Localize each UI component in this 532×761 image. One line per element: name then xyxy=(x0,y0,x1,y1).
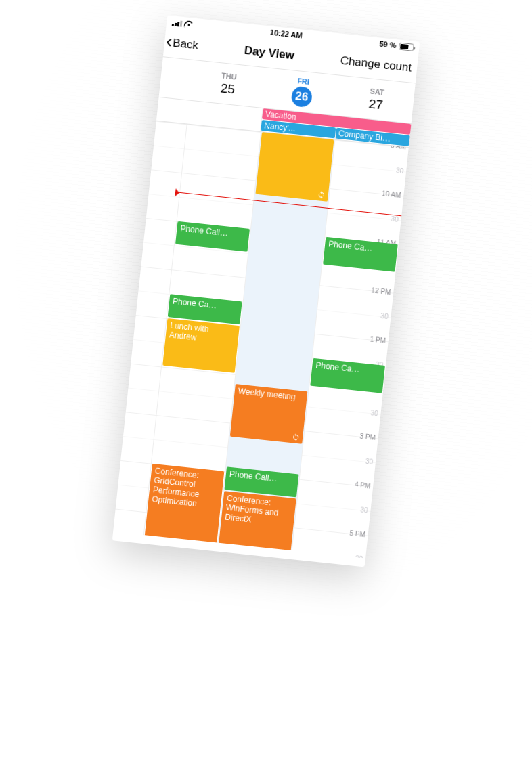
event-title: Conference: WinForms and DirectX xyxy=(225,493,293,528)
day-of-week-label: FRI xyxy=(297,77,310,86)
time-grid[interactable]: 9 AM3010 AM3011 AM3012 PM301 PM302 PM303… xyxy=(113,121,409,559)
event-title: Phone Call… xyxy=(229,469,295,485)
day-number: 27 xyxy=(368,96,384,112)
cellular-signal-icon xyxy=(172,19,183,27)
calendar-event[interactable]: Lunch with Andrew xyxy=(162,318,240,373)
status-time: 10:22 AM xyxy=(269,28,303,40)
day-column-fri[interactable]: FRI 26 xyxy=(263,68,342,115)
event-title: Phone Ca… xyxy=(315,360,382,376)
back-label: Back xyxy=(172,36,199,52)
event-title: Phone Ca… xyxy=(328,239,395,255)
phone-frame: 10:22 AM 59 % ‹ Back Day View Change cou… xyxy=(112,16,420,567)
page-title: Day View xyxy=(244,43,295,62)
calendar-event[interactable]: Conference: GridControl Performance Opti… xyxy=(139,464,224,559)
event-title: Phone Ca… xyxy=(172,297,238,313)
day-column-sat[interactable]: SAT 27 xyxy=(337,76,416,123)
battery-fill xyxy=(400,43,408,49)
event-title: Weekly meeting xyxy=(238,387,304,403)
calendar-event[interactable] xyxy=(255,132,334,201)
event-title: Lunch with Andrew xyxy=(169,321,236,347)
calendar-event[interactable]: Conference: WinForms and DirectX xyxy=(214,491,296,559)
day-of-week-label: SAT xyxy=(370,87,384,96)
back-button[interactable]: ‹ Back xyxy=(165,34,199,54)
day-column-thu[interactable]: THU 25 xyxy=(189,60,267,108)
recurring-icon xyxy=(317,190,326,199)
wifi-icon xyxy=(185,19,194,28)
calendar-event[interactable]: Phone Ca… xyxy=(323,237,398,272)
change-count-button[interactable]: Change count xyxy=(340,53,415,74)
event-title: Phone Call… xyxy=(180,223,246,240)
day-number: 25 xyxy=(220,81,236,97)
battery-label: 59 % xyxy=(379,40,397,50)
calendar-event[interactable]: Weekly meeting xyxy=(230,384,307,443)
recurring-icon xyxy=(292,433,301,441)
battery-indicator: 59 % xyxy=(379,40,414,51)
day-number: 26 xyxy=(290,85,313,108)
event-title: Conference: GridControl Performance Opti… xyxy=(152,466,221,510)
calendar-event[interactable]: Phone Ca… xyxy=(310,358,385,393)
day-of-week-label: THU xyxy=(221,71,238,81)
calendar-event[interactable]: Phone Call… xyxy=(175,221,250,252)
